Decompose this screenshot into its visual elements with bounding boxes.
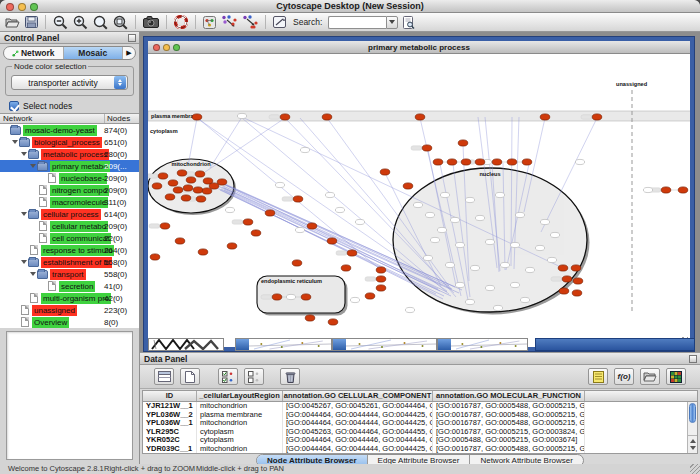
orange-node[interactable] xyxy=(305,315,315,321)
white-node[interactable] xyxy=(350,297,359,302)
white-node[interactable] xyxy=(525,267,534,272)
orange-node[interactable] xyxy=(661,187,671,193)
orange-node[interactable] xyxy=(227,243,237,249)
orange-node[interactable] xyxy=(475,159,485,165)
orange-node[interactable] xyxy=(175,238,185,244)
white-node[interactable] xyxy=(455,282,464,287)
orange-node[interactable] xyxy=(571,265,581,271)
maximize-button[interactable] xyxy=(30,3,38,11)
orange-node[interactable] xyxy=(559,288,569,294)
white-node[interactable] xyxy=(225,207,234,212)
tree-item[interactable]: primary metabo209(... xyxy=(0,160,139,172)
white-node[interactable] xyxy=(335,207,344,212)
orange-node[interactable] xyxy=(461,159,471,165)
white-node[interactable] xyxy=(440,192,449,197)
minimized-window-thumbnail[interactable] xyxy=(332,338,437,351)
orange-node[interactable] xyxy=(293,196,303,202)
save-session-icon[interactable] xyxy=(24,14,39,30)
white-node[interactable] xyxy=(450,217,459,222)
scrollbar-thumb[interactable] xyxy=(689,403,696,423)
white-node[interactable] xyxy=(295,227,304,232)
white-node[interactable] xyxy=(515,212,524,217)
orange-node[interactable] xyxy=(678,187,688,193)
zoom-in-icon[interactable] xyxy=(72,14,89,30)
white-node[interactable] xyxy=(465,299,474,304)
minimize-button[interactable] xyxy=(18,3,26,11)
orange-node[interactable] xyxy=(522,159,532,165)
table-row[interactable]: YKR052Ccytoplasm[GO:0044464, GO:0044446,… xyxy=(143,436,697,445)
tree-header-network[interactable]: Network xyxy=(0,114,105,123)
orange-node[interactable] xyxy=(292,260,302,266)
attribute-select-icon[interactable] xyxy=(154,368,174,385)
orange-node[interactable] xyxy=(192,114,202,120)
tree-item[interactable]: macromolecule311(0) xyxy=(0,196,139,208)
orange-node[interactable] xyxy=(265,210,275,216)
orange-node[interactable] xyxy=(272,294,282,300)
tab-mosaic[interactable]: Mosaic xyxy=(64,47,124,59)
table-row[interactable]: YPL036W__2plasma membrane[GO:0044464, GO… xyxy=(143,411,697,420)
orange-node[interactable] xyxy=(322,114,332,120)
orange-node[interactable] xyxy=(458,140,468,146)
table-row[interactable]: YLR295Ccytoplasm[GO:0045263, GO:0044464,… xyxy=(143,428,697,437)
minimized-window-thumbnail[interactable] xyxy=(148,338,224,351)
orange-node[interactable] xyxy=(380,169,390,175)
orange-node[interactable] xyxy=(158,173,168,179)
scrollbar-arrows[interactable] xyxy=(688,435,698,453)
orange-node[interactable] xyxy=(173,187,183,193)
select-all-attributes-icon[interactable] xyxy=(218,368,238,385)
orange-node[interactable] xyxy=(168,180,178,186)
zoom-fit-icon[interactable] xyxy=(112,14,129,30)
open-file-icon[interactable] xyxy=(4,14,21,30)
white-node[interactable] xyxy=(500,262,509,267)
orange-node[interactable] xyxy=(217,179,227,185)
orange-node[interactable] xyxy=(540,114,550,120)
orange-node[interactable] xyxy=(251,230,261,236)
network-edge[interactable] xyxy=(210,117,242,168)
white-node[interactable] xyxy=(575,159,584,164)
white-node[interactable] xyxy=(437,227,446,232)
frame-maximize-button[interactable] xyxy=(173,44,180,51)
white-node[interactable] xyxy=(643,187,652,192)
tree-item[interactable]: nucleobase-209(0) xyxy=(0,172,139,184)
tree-expand-arrow[interactable] xyxy=(29,269,37,279)
tree-item[interactable]: nitrogen compo209(0) xyxy=(0,184,139,196)
white-node[interactable] xyxy=(286,294,295,299)
white-node[interactable] xyxy=(405,307,414,312)
tree-item[interactable]: unassigned223(0) xyxy=(0,304,139,316)
tree-item[interactable]: establishment of lo558(0) xyxy=(0,256,139,268)
birdseye-view-panel[interactable] xyxy=(6,331,133,460)
white-node[interactable] xyxy=(430,237,439,242)
orange-node[interactable] xyxy=(558,265,568,271)
import-attributes-icon[interactable] xyxy=(640,368,660,385)
network-canvas[interactable]: plasma membranecytoplasmmitochondrionnuc… xyxy=(148,54,690,347)
white-node[interactable] xyxy=(445,262,454,267)
tree-item[interactable]: multi-organism pro42(0) xyxy=(0,292,139,304)
orange-node[interactable] xyxy=(492,159,502,165)
orange-node[interactable] xyxy=(562,276,572,282)
orange-node[interactable] xyxy=(573,278,583,284)
annotation-icon[interactable] xyxy=(272,14,288,30)
matrix-icon[interactable] xyxy=(666,368,686,385)
orange-node[interactable] xyxy=(376,276,386,282)
white-node[interactable] xyxy=(493,305,502,310)
white-node[interactable] xyxy=(275,182,284,187)
node-color-select[interactable]: transporter activity xyxy=(11,75,128,90)
white-node[interactable] xyxy=(510,282,519,287)
zoom-out-icon[interactable] xyxy=(52,14,69,30)
function-builder-icon[interactable]: f(o) xyxy=(614,368,634,385)
tree-expand-arrow[interactable] xyxy=(29,161,37,171)
tree-expand-arrow[interactable] xyxy=(20,149,28,159)
tree-item[interactable]: metabolic process280(0) xyxy=(0,148,139,160)
search-input[interactable] xyxy=(328,16,386,29)
orange-node[interactable] xyxy=(327,238,337,244)
network-graph[interactable]: plasma membranecytoplasmmitochondrionnuc… xyxy=(148,54,690,347)
network-edge[interactable] xyxy=(205,118,285,172)
orange-node[interactable] xyxy=(183,185,193,191)
orange-node[interactable] xyxy=(202,188,212,194)
float-panel-icon[interactable] xyxy=(128,34,136,42)
white-node[interactable] xyxy=(475,215,484,220)
table-column-header[interactable]: annotation.GO MOLECULAR_FUNCTION xyxy=(433,391,585,401)
tab-network[interactable]: Network xyxy=(4,47,64,59)
orange-node[interactable] xyxy=(376,267,386,273)
orange-node[interactable] xyxy=(365,293,375,299)
